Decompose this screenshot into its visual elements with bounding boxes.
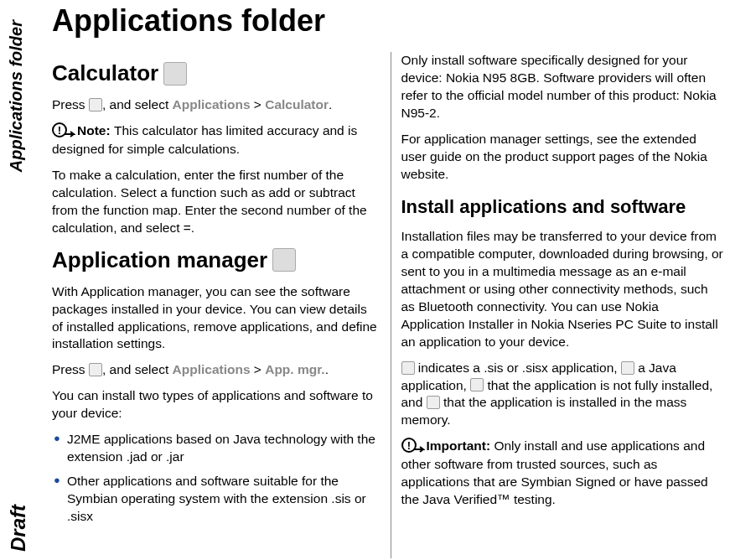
- appmgr-icon: [272, 248, 296, 272]
- important-label: Important:: [427, 438, 494, 453]
- partial-install-icon: [470, 378, 484, 391]
- text: Press: [52, 362, 89, 376]
- text: indicates a .sis or .sisx application,: [415, 360, 621, 375]
- path-calculator: Calculator: [265, 97, 329, 111]
- list-item: Other applications and software suitable…: [52, 473, 381, 526]
- appmgr-list: J2ME applications based on Java technolo…: [52, 431, 381, 526]
- text: , and select: [102, 362, 173, 376]
- right-column: Only install software specifically desig…: [391, 52, 729, 558]
- list-item: J2ME applications based on Java technolo…: [52, 431, 381, 466]
- calc-note: ! Note: This calculator has limited accu…: [52, 122, 381, 158]
- text: , and select: [102, 97, 173, 111]
- menu-key-icon: [89, 363, 102, 376]
- note-icon: !: [52, 122, 75, 141]
- heading-calculator: Calculator: [52, 59, 381, 88]
- heading-appmgr-text: Application manager: [52, 246, 267, 275]
- path-applications: Applications: [173, 362, 251, 376]
- text: .: [325, 362, 329, 376]
- right-p3: Installation files may be transferred to…: [401, 228, 726, 350]
- heading-appmgr: Application manager: [52, 246, 381, 275]
- columns: Calculator Press , and select Applicatio…: [52, 52, 728, 558]
- side-tab: Applications folder: [7, 20, 26, 172]
- svg-text:!: !: [406, 439, 410, 452]
- important-note: ! Important: Only install and use applic…: [401, 438, 726, 509]
- text: >: [251, 97, 266, 111]
- path-applications: Applications: [173, 97, 251, 111]
- java-icon: [621, 361, 634, 375]
- heading-install: Install applications and software: [401, 194, 726, 220]
- important-icon: !: [401, 438, 425, 456]
- calc-press-line: Press , and select Applications > Calcul…: [52, 96, 381, 114]
- page-content: Applications folder Calculator Press , a…: [52, 3, 728, 558]
- calc-howto: To make a calculation, enter the first n…: [52, 167, 381, 237]
- mass-memory-icon: [427, 396, 440, 409]
- menu-key-icon: [89, 98, 102, 111]
- left-column: Calculator Press , and select Applicatio…: [52, 52, 391, 558]
- right-p1: Only install software specifically desig…: [401, 52, 726, 122]
- text: that the application is installed in the…: [401, 395, 687, 427]
- appmgr-press-line: Press , and select Applications > App. m…: [52, 361, 381, 379]
- calculator-icon: [163, 62, 187, 86]
- heading-calculator-text: Calculator: [52, 59, 158, 88]
- sis-icon: [401, 361, 415, 375]
- text: .: [329, 97, 332, 111]
- appmgr-p1: With Application manager, you can see th…: [52, 283, 381, 354]
- appmgr-p3: You can install two types of application…: [52, 387, 381, 423]
- path-appmgr: App. mgr.: [265, 362, 324, 376]
- note-label: Note:: [77, 123, 114, 137]
- right-p2: For application manager settings, see th…: [401, 131, 726, 184]
- right-p4: indicates a .sis or .sisx application, a…: [401, 360, 726, 430]
- page-title: Applications folder: [52, 3, 728, 39]
- text: Press: [52, 97, 89, 111]
- draft-label: Draft: [7, 505, 30, 552]
- text: >: [251, 362, 266, 376]
- svg-text:!: !: [58, 124, 61, 137]
